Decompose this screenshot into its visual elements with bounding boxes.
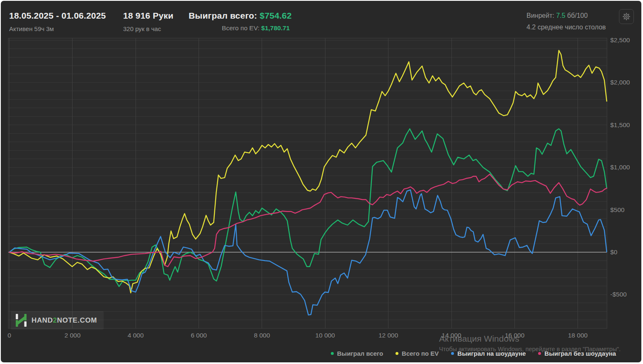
legend-dot-icon <box>451 352 454 355</box>
chart-legend: Выиграл всегоВсего по EVВыиграл на шоуда… <box>331 350 616 357</box>
legend-dot-icon <box>331 352 334 355</box>
svg-text:$1,500: $1,500 <box>610 121 630 128</box>
app-window: 18.05.2025 - 01.06.2025 Активен 59ч 3м 1… <box>1 1 641 362</box>
results-chart[interactable]: $2,500$2,000$1,500$1,000$500$0-$50002 00… <box>1 1 641 362</box>
svg-text:4 000: 4 000 <box>128 332 144 339</box>
svg-text:$1,000: $1,000 <box>610 164 630 171</box>
svg-text:-$500: -$500 <box>610 291 627 298</box>
svg-text:14 000: 14 000 <box>442 332 461 339</box>
legend-label: Выиграл без шоудауна <box>544 350 616 357</box>
hand2note-logo-text: HAND2NOTE.COM <box>32 316 97 325</box>
svg-text:18 000: 18 000 <box>568 332 588 339</box>
svg-text:16 000: 16 000 <box>505 332 525 339</box>
legend-item-3[interactable]: Выиграл без шоудауна <box>538 350 616 357</box>
legend-label: Всего по EV <box>402 350 439 357</box>
plot-area[interactable] <box>8 38 607 328</box>
hand2note-logo[interactable]: HAND2NOTE.COM <box>11 311 104 330</box>
svg-text:10 000: 10 000 <box>315 332 335 339</box>
y-axis-labels: $2,500$2,000$1,500$1,000$500$0-$500 <box>610 36 630 298</box>
svg-text:8 000: 8 000 <box>254 332 270 339</box>
legend-item-0[interactable]: Выиграл всего <box>331 350 383 357</box>
x-axis-labels: 02 0004 0006 0008 00010 00012 00014 0001… <box>7 332 588 339</box>
legend-item-2[interactable]: Выиграл на шоудауне <box>451 350 526 357</box>
legend-dot-icon <box>396 352 398 355</box>
svg-text:0: 0 <box>7 332 11 339</box>
svg-text:$0: $0 <box>610 248 618 256</box>
svg-text:6 000: 6 000 <box>191 332 207 339</box>
legend-item-1[interactable]: Всего по EV <box>396 350 439 357</box>
svg-text:$500: $500 <box>610 206 625 213</box>
svg-text:12 000: 12 000 <box>379 332 398 339</box>
hand2note-logo-icon <box>15 313 27 328</box>
svg-text:$2,500: $2,500 <box>610 36 630 43</box>
legend-label: Выиграл на шоудауне <box>457 350 526 357</box>
svg-text:2 000: 2 000 <box>65 332 81 339</box>
svg-text:$2,000: $2,000 <box>610 79 630 86</box>
legend-label: Выиграл всего <box>337 350 383 357</box>
legend-dot-icon <box>538 352 541 355</box>
